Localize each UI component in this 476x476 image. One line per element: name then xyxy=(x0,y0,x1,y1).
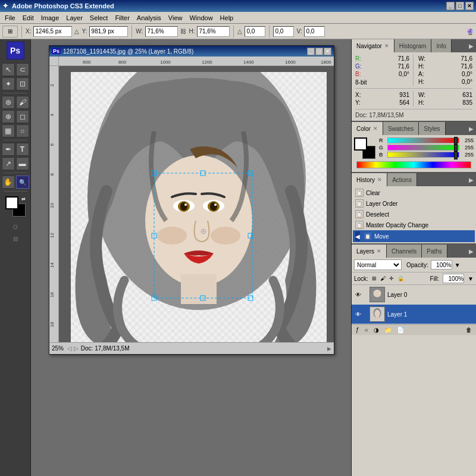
nav-r2: 71,6 xyxy=(461,55,472,62)
screen-mode-btn[interactable]: ⊟ xyxy=(13,236,18,242)
x-input[interactable] xyxy=(33,26,72,37)
h-input[interactable] xyxy=(197,26,230,37)
b-slider-track[interactable] xyxy=(387,152,459,158)
menu-filter[interactable]: Filter xyxy=(111,13,133,23)
tool-spot-heal[interactable]: ⊛ xyxy=(2,96,15,109)
tab-paths[interactable]: Paths xyxy=(422,245,447,258)
tab-styles[interactable]: Styles xyxy=(419,122,445,135)
blend-mode-select[interactable]: Normal xyxy=(354,259,402,270)
layers-close-icon[interactable]: ✕ xyxy=(377,248,381,254)
new-layer-btn[interactable]: 📄 xyxy=(395,326,406,334)
tool-eraser[interactable]: ◻ xyxy=(16,110,29,123)
history-item-deselect[interactable]: 📋 Deselect xyxy=(353,209,475,220)
tab-info[interactable]: Info xyxy=(431,39,452,52)
layers-options-btn[interactable]: ▶ xyxy=(466,245,476,258)
menu-select[interactable]: Select xyxy=(86,13,112,23)
layer-1-visibility[interactable]: 👁 xyxy=(354,310,362,318)
color-options-btn[interactable]: ▶ xyxy=(466,122,476,135)
y-input[interactable] xyxy=(89,26,128,37)
canvas-viewport[interactable] xyxy=(59,66,334,342)
close-button[interactable]: ✕ xyxy=(465,2,474,10)
ruler-mark: 1400 xyxy=(243,60,254,65)
fill-input[interactable] xyxy=(443,274,464,283)
tab-actions[interactable]: Actions xyxy=(387,173,417,186)
tab-histogram[interactable]: Histogram xyxy=(394,39,432,52)
delete-layer-btn[interactable]: 🗑 xyxy=(464,326,474,334)
tool-hand[interactable]: ✋ xyxy=(2,176,15,189)
tab-layers[interactable]: Layers ✕ xyxy=(352,245,387,258)
tool-pen[interactable]: ✒ xyxy=(2,143,15,156)
tool-gradient[interactable]: ▦ xyxy=(2,124,15,137)
w-input[interactable] xyxy=(145,26,178,37)
r-slider-track[interactable] xyxy=(387,137,459,143)
tab-navigator[interactable]: Navigator ✕ xyxy=(352,39,394,52)
layer-0-visibility[interactable]: 👁 xyxy=(354,290,362,299)
tool-dodge[interactable]: ○ xyxy=(16,124,29,137)
tab-swatches[interactable]: Swatches xyxy=(383,122,419,135)
tool-zoom[interactable]: 🔍 xyxy=(16,176,29,189)
history-item-opacity[interactable]: 📋 Master Opacity Change xyxy=(353,220,475,230)
new-fill-btn[interactable]: ◑ xyxy=(372,326,381,334)
color-spectrum-bar[interactable] xyxy=(356,161,471,168)
fill-arrow[interactable]: ▼ xyxy=(468,275,474,282)
document-content: 600 800 1000 1200 1400 1600 1800 2 4 6 8… xyxy=(49,57,334,354)
b-slider-thumb[interactable] xyxy=(454,151,458,159)
lock-paint-btn[interactable]: 🖌 xyxy=(380,275,386,281)
menu-edit[interactable]: Edit xyxy=(19,13,37,23)
menu-analysis[interactable]: Analysis xyxy=(133,13,165,23)
x-coord-row: X: 931 xyxy=(355,91,409,99)
nav-close-icon[interactable]: ✕ xyxy=(384,43,389,49)
tool-lasso[interactable]: ⊂ xyxy=(16,63,29,76)
doc-maximize[interactable]: □ xyxy=(315,48,323,55)
maximize-button[interactable]: □ xyxy=(456,2,464,10)
add-mask-btn[interactable]: ○ xyxy=(363,326,370,334)
menu-image[interactable]: Image xyxy=(37,13,63,23)
quick-mask-btn[interactable]: ○ xyxy=(12,221,18,232)
lock-transparent-btn[interactable]: ⊞ xyxy=(372,275,377,281)
swap-colors-btn[interactable]: ⇄ xyxy=(21,196,26,202)
color-close-icon[interactable]: ✕ xyxy=(373,126,378,131)
menu-help[interactable]: Help xyxy=(217,13,237,23)
new-group-btn[interactable]: 📁 xyxy=(383,326,393,334)
opacity-input[interactable] xyxy=(431,260,452,270)
document-title: 1287108_11914435.jpg @ 25% (Layer 1, RGB… xyxy=(63,48,193,55)
history-close-icon[interactable]: ✕ xyxy=(377,177,382,183)
tool-wand[interactable]: ✦ xyxy=(2,77,15,90)
menu-file[interactable]: File xyxy=(1,13,19,23)
add-style-btn[interactable]: ƒ xyxy=(354,326,361,334)
tool-type[interactable]: T xyxy=(16,143,29,156)
history-item-move[interactable]: ◀ 📋 Move xyxy=(353,230,475,242)
g-slider-track[interactable] xyxy=(387,145,459,151)
history-item-clear[interactable]: 📋 Clear xyxy=(353,187,475,198)
doc-minimize[interactable]: _ xyxy=(307,48,315,55)
tool-move[interactable]: ↖ xyxy=(2,63,15,76)
opacity-arrow[interactable]: ▼ xyxy=(455,262,461,268)
lock-all-btn[interactable]: 🔒 xyxy=(397,275,404,281)
scroll-arrow-right[interactable]: ▶ xyxy=(327,346,331,352)
tool-shape[interactable]: ▬ xyxy=(16,157,29,170)
skew-input[interactable] xyxy=(273,26,294,37)
v-input[interactable] xyxy=(304,26,325,37)
tool-crop[interactable]: ⊡ xyxy=(16,77,29,90)
tool-path-select[interactable]: ↗ xyxy=(2,157,15,170)
foreground-color-swatch[interactable] xyxy=(5,196,18,209)
nav-options-btn[interactable]: ▶ xyxy=(466,39,476,52)
history-options-btn[interactable]: ▶ xyxy=(466,173,476,186)
lock-position-btn[interactable]: ✛ xyxy=(389,275,394,281)
angle-input[interactable] xyxy=(245,26,265,37)
tab-color[interactable]: Color ✕ xyxy=(352,122,383,135)
tools-options-btn[interactable]: ⊞ xyxy=(2,26,18,37)
tool-clone[interactable]: ⊕ xyxy=(2,110,15,123)
menu-view[interactable]: View xyxy=(165,13,186,23)
menu-layer[interactable]: Layer xyxy=(62,13,86,23)
tab-channels[interactable]: Channels xyxy=(387,245,422,258)
layer-item-1[interactable]: 👁 Layer 1 xyxy=(352,305,476,324)
layer-item-0[interactable]: 👁 Layer 0 xyxy=(352,285,476,305)
tool-brush[interactable]: 🖌 xyxy=(16,96,29,109)
menu-window[interactable]: Window xyxy=(186,13,216,23)
history-item-layer-order[interactable]: 📋 Layer Order xyxy=(353,198,475,209)
fg-color-picker[interactable] xyxy=(354,137,367,151)
doc-close[interactable]: ✕ xyxy=(324,48,331,55)
tab-history[interactable]: History ✕ xyxy=(352,173,387,186)
minimize-button[interactable]: _ xyxy=(446,2,455,10)
